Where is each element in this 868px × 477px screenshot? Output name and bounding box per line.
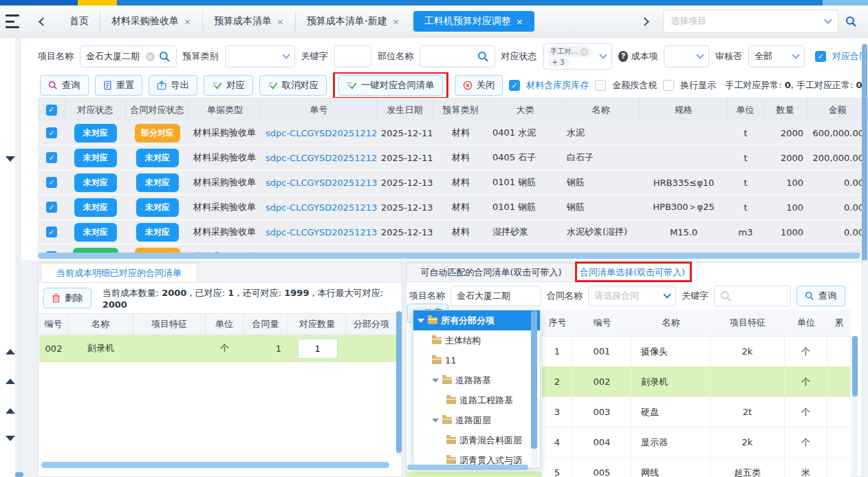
tab-item[interactable]: 预算成本清单× (202, 11, 295, 32)
horizontal-scrollbar[interactable] (38, 253, 862, 260)
row-checkbox[interactable]: ✓ (46, 226, 57, 237)
column-header: 单位 (728, 98, 763, 121)
audit-select[interactable]: 全部 (748, 45, 805, 67)
budget-type-select[interactable] (225, 45, 295, 67)
cost-item-select[interactable] (664, 45, 709, 67)
strip-seg (0, 0, 78, 6)
project-select[interactable]: 选择项目 (663, 10, 838, 33)
tree-node[interactable]: 主体结构 (413, 330, 540, 350)
row-checkbox[interactable]: ✓ (46, 152, 57, 163)
delete-button[interactable]: 删除 (43, 288, 91, 308)
keyword-input[interactable] (714, 286, 791, 306)
toolbar-button[interactable]: 导出 (149, 75, 197, 96)
tabs-scroll-right-icon[interactable] (640, 17, 649, 26)
doc-number-link[interactable]: sdpc-CLCGYSD202512130( (265, 202, 377, 213)
table-row[interactable]: 2002刻录机个 (542, 367, 851, 397)
vertical-scrollbar[interactable] (396, 311, 402, 457)
tab-item[interactable]: 预算成本清单-新建× (295, 11, 411, 32)
table-row[interactable]: ✓未对应部分对应材料采购验收单sdpc-CLCGYSD202512120(202… (38, 121, 868, 146)
tab-list: 首页材料采购验收单×预算成本清单×预算成本清单-新建×工料机预算对应调整× (58, 6, 537, 37)
tab-matched-contract-list[interactable]: 当前成本明细已对应的合同清单 (41, 263, 197, 282)
query-button[interactable]: 查询 (40, 75, 89, 96)
close-icon[interactable]: × (276, 17, 284, 27)
doc-number-link[interactable]: sdpc-CLCGYSD202512130( (265, 227, 377, 237)
table-row[interactable]: ✓未对应未对应材料采购验收单sdpc-CLCGYSD202512130(2025… (38, 171, 868, 195)
horizontal-scrollbar[interactable] (407, 465, 531, 470)
table-row[interactable]: ✓未对应未对应材料采购验收单sdpc-CLCGYSD202512130(2025… (38, 195, 868, 220)
search-icon[interactable] (159, 51, 171, 63)
toolbar-checkbox[interactable] (663, 80, 674, 91)
search-icon[interactable] (477, 51, 489, 63)
highlighted-row-strip (406, 471, 542, 477)
sidebar-collapse-icon[interactable] (6, 156, 15, 162)
tree-node[interactable]: 道路工程路基 (413, 390, 540, 410)
vertical-scrollbar[interactable] (531, 311, 537, 467)
section-tree-popup: 所有分部分项主体结构11道路路基道路工程路基道路面层沥青混合料面层沥青贯入式与沥 (413, 310, 541, 468)
row-checkbox[interactable]: ✓ (46, 177, 57, 188)
doc-number-link[interactable]: sdpc-CLCGYSD202512130( (265, 178, 377, 188)
scrollbar-thumb[interactable] (15, 472, 23, 477)
contract-select[interactable]: 请选择合同 (588, 286, 676, 306)
toolbar-button[interactable]: 取消对应 (259, 75, 327, 96)
sidebar-collapse-icon[interactable] (6, 436, 15, 441)
select-all-checkbox[interactable]: ✓ (46, 105, 57, 116)
keyword-input[interactable] (334, 45, 372, 67)
horizontal-scrollbar[interactable] (41, 462, 393, 469)
tabs-scroll-left-icon[interactable] (39, 17, 47, 26)
toolbar-button[interactable]: 关闭 (455, 75, 503, 96)
match-qty-input[interactable] (298, 339, 338, 359)
project-name-input[interactable]: 金石大厦二期 × (80, 45, 177, 67)
tab-contract-list[interactable]: 合同清单选择(双击可带入) (576, 263, 690, 282)
toolbar-button[interactable]: 一键对应合同清单 (338, 75, 443, 96)
toolbar-checkbox[interactable] (595, 80, 606, 91)
caret-down-icon[interactable] (432, 379, 439, 383)
table-row[interactable]: 1001摄像头2k个 (542, 337, 851, 367)
tree-node[interactable]: 道路路基 (413, 370, 540, 390)
table-row[interactable]: 5005网线超五类米 (542, 458, 851, 477)
filter-row: 项目名称 金石大厦二期 × 预算类别 关键字 部位名称 对应状态 手工对…× +… (38, 43, 868, 70)
caret-down-icon[interactable] (432, 418, 439, 423)
table-cell: 003 (573, 397, 631, 427)
search-icon[interactable] (845, 16, 857, 28)
table-row[interactable]: 3003硬盘2t个 (542, 397, 851, 427)
table-row[interactable]: ✓未对应未对应材料采购验收单sdpc-CLCGYSD202512130(2025… (38, 220, 868, 245)
help-icon[interactable]: ? (618, 51, 629, 62)
column-header: 发生日期 (377, 98, 433, 121)
toolbar-button[interactable]: 对应 (204, 75, 253, 96)
table-cell: m3 (728, 220, 763, 244)
sidebar-collapse-icon[interactable] (6, 379, 15, 384)
menu-toggle-icon[interactable] (6, 14, 23, 28)
clear-icon[interactable]: × (146, 52, 155, 61)
search-icon (48, 81, 58, 90)
sidebar-collapse-icon[interactable] (6, 349, 15, 354)
table-row[interactable]: 4004显示器2k个 (542, 427, 851, 458)
tab-contract-list[interactable]: 可自动匹配的合同清单(双击可带入) (406, 263, 576, 282)
caret-down-icon[interactable] (417, 319, 424, 323)
tab-home[interactable]: 首页 (58, 11, 100, 32)
tree-node[interactable]: 道路面层 (413, 410, 540, 430)
table-row[interactable]: ✓未对应未对应材料采购验收单sdpc-CLCGYSD202512120(2025… (38, 146, 868, 171)
remove-tag-icon[interactable]: × (581, 48, 588, 56)
toolbar-button[interactable]: 重置 (95, 75, 143, 96)
close-icon[interactable]: × (184, 17, 191, 27)
project-name-input[interactable]: 金石大厦二期 (451, 286, 541, 306)
location-input[interactable] (420, 45, 495, 67)
tree-node[interactable]: 11 (413, 350, 540, 370)
tree-node[interactable]: 所有分部分项 (413, 310, 540, 330)
search-button[interactable]: 查询 (796, 286, 845, 306)
tab-item[interactable]: 工料机预算对应调整× (413, 11, 534, 32)
tab-item[interactable]: 材料采购验收单× (100, 11, 202, 32)
close-icon[interactable]: × (392, 17, 400, 27)
close-icon[interactable]: × (516, 17, 523, 27)
table-row[interactable]: 002刻录机个1 (39, 335, 401, 362)
match-status-multiselect[interactable]: 手工对…× + 3 (543, 43, 612, 70)
row-checkbox[interactable]: ✓ (46, 127, 57, 138)
sidebar-collapse-icon[interactable] (6, 408, 15, 414)
vertical-scrollbar[interactable] (852, 336, 858, 477)
contract-checkbox[interactable]: ✓ (815, 51, 826, 62)
row-checkbox[interactable]: ✓ (46, 202, 57, 213)
toolbar-checkbox[interactable]: ✓ (509, 80, 520, 91)
tree-node[interactable]: 沥青混合料面层 (413, 430, 540, 450)
doc-number-link[interactable]: sdpc-CLCGYSD202512120( (265, 128, 377, 138)
doc-number-link[interactable]: sdpc-CLCGYSD202512120( (265, 153, 377, 163)
